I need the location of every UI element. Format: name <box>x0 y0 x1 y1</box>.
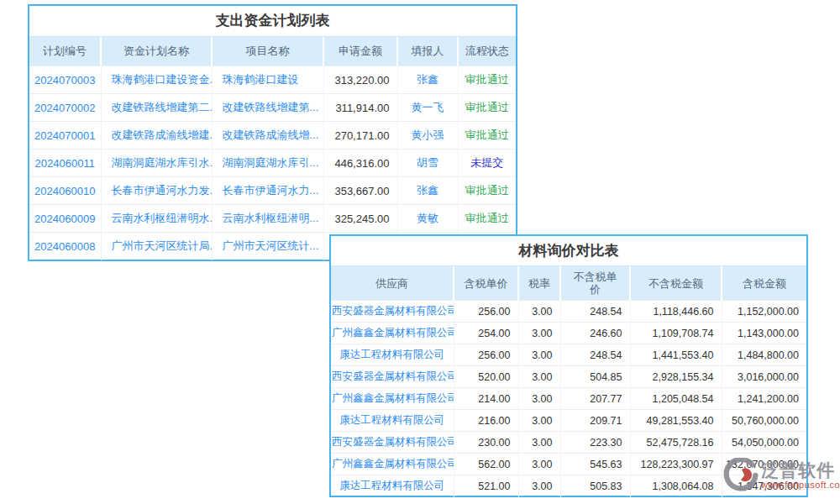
plan-table-row: 2024070001改建铁路成渝线增建...改建铁路成渝线增...270,171… <box>29 122 516 150</box>
fund-plan-name-link[interactable]: 珠海鹤港口建设资金... <box>101 66 212 94</box>
plan-id-link[interactable]: 2024070003 <box>29 66 101 94</box>
fund-plan-name-link[interactable]: 广州市天河区统计局... <box>101 233 212 260</box>
quote-column-header-5: 含税金额 <box>722 266 806 301</box>
amount-with-tax: 50,760,000.00 <box>722 410 806 432</box>
plan-column-header-2: 项目名称 <box>212 37 323 66</box>
unit-price-with-tax: 230.00 <box>454 432 518 454</box>
quote-table-row: 广州鑫鑫金属材料有限公司254.003.00246.601,109,708.74… <box>331 323 806 344</box>
tax-rate: 3.00 <box>518 432 560 454</box>
reporter-link[interactable]: 黄敏 <box>397 205 458 233</box>
fund-plan-name-link[interactable]: 长春市伊通河水力发... <box>101 177 212 205</box>
quote-column-header-label: 不含税单价 <box>572 270 619 296</box>
quote-table-row: 康达工程材料有限公司256.003.00248.541,441,553.401,… <box>331 344 806 366</box>
quote-column-header-label: 含税单价 <box>465 277 508 290</box>
amount-without-tax: 1,441,553.40 <box>630 344 722 366</box>
unit-price-without-tax: 248.54 <box>560 344 630 366</box>
quote-table-header-row: 供应商含税单价税率不含税单价不含税金额含税金额 <box>331 266 806 301</box>
watermark-url: www.fanpusoft.com <box>761 480 840 491</box>
amount-with-tax: 3,016,000.00 <box>722 366 806 388</box>
unit-price-with-tax: 254.00 <box>454 323 518 344</box>
status-badge: 审批通过 <box>458 66 516 94</box>
quote-table-row: 西安盛器金属材料有限公司520.003.00504.852,928,155.34… <box>331 366 806 388</box>
amount-with-tax: 1,152,000.00 <box>722 301 806 323</box>
fund-plan-name-link[interactable]: 改建铁路线增建第二... <box>101 94 212 122</box>
fund-plan-name-link[interactable]: 湖南洞庭湖水库引水... <box>101 150 212 177</box>
amount-without-tax: 128,223,300.97 <box>630 454 722 475</box>
unit-price-without-tax: 505.83 <box>560 475 630 497</box>
supplier-link[interactable]: 西安盛器金属材料有限公司 <box>331 301 454 323</box>
amount-without-tax: 49,281,553.40 <box>630 410 722 432</box>
unit-price-with-tax: 256.00 <box>454 344 518 366</box>
supplier-link[interactable]: 康达工程材料有限公司 <box>331 475 454 497</box>
project-name-link[interactable]: 湖南洞庭湖水库引... <box>212 150 323 177</box>
supplier-link[interactable]: 康达工程材料有限公司 <box>331 410 454 432</box>
reporter-link[interactable]: 胡雪 <box>397 150 458 177</box>
unit-price-without-tax: 504.85 <box>560 366 630 388</box>
project-name-link[interactable]: 云南水利枢纽潜明... <box>212 205 323 233</box>
quote-column-header-label: 供应商 <box>375 277 408 290</box>
unit-price-without-tax: 209.71 <box>560 410 630 432</box>
request-amount: 446,316.00 <box>323 150 397 177</box>
tax-rate: 3.00 <box>518 475 560 497</box>
supplier-link[interactable]: 广州鑫鑫金属材料有限公司 <box>331 388 454 410</box>
supplier-link[interactable]: 康达工程材料有限公司 <box>331 344 454 366</box>
plan-id-link[interactable]: 2024060008 <box>29 233 101 260</box>
status-badge: 审批通过 <box>458 94 516 122</box>
plan-column-header-5: 流程状态 <box>458 37 516 66</box>
unit-price-with-tax: 562.00 <box>454 454 518 475</box>
plan-id-link[interactable]: 2024070002 <box>29 94 101 122</box>
supplier-link[interactable]: 西安盛器金属材料有限公司 <box>331 432 454 454</box>
unit-price-with-tax: 256.00 <box>454 301 518 323</box>
fanpu-logo-icon <box>723 458 759 493</box>
reporter-link[interactable]: 黄小强 <box>397 122 458 150</box>
unit-price-with-tax: 214.00 <box>454 388 518 410</box>
quote-column-header-label: 不含税金额 <box>648 277 703 290</box>
tax-rate: 3.00 <box>518 410 560 432</box>
request-amount: 313,220.00 <box>323 66 397 94</box>
unit-price-without-tax: 246.60 <box>560 323 630 344</box>
expenditure-plan-table: 计划编号资金计划名称项目名称申请金额填报人流程状态 2024070003珠海鹤港… <box>29 37 516 260</box>
amount-without-tax: 1,109,708.74 <box>630 323 722 344</box>
quote-column-header-label: 含税金额 <box>743 277 786 290</box>
quote-column-header-1: 含税单价 <box>454 266 518 301</box>
plan-column-header-4: 填报人 <box>397 37 458 66</box>
fund-plan-name-link[interactable]: 云南水利枢纽潜明水... <box>101 205 212 233</box>
watermark: 泛普软件 www.fanpusoft.com <box>723 458 840 493</box>
watermark-text: 泛普软件 www.fanpusoft.com <box>761 461 840 491</box>
plan-id-link[interactable]: 2024060009 <box>29 205 101 233</box>
plan-table-row: 2024060010长春市伊通河水力发...长春市伊通河水力...353,667… <box>29 177 516 205</box>
project-name-link[interactable]: 珠海鹤港口建设 <box>212 66 323 94</box>
amount-with-tax: 1,241,200.00 <box>722 388 806 410</box>
plan-table-row: 2024070003珠海鹤港口建设资金...珠海鹤港口建设313,220.00张… <box>29 66 516 94</box>
unit-price-without-tax: 207.77 <box>560 388 630 410</box>
plan-id-link[interactable]: 2024060011 <box>29 150 101 177</box>
quote-table-row: 西安盛器金属材料有限公司230.003.00223.3052,475,728.1… <box>331 432 806 454</box>
amount-with-tax: 1,143,000.00 <box>722 323 806 344</box>
unit-price-with-tax: 216.00 <box>454 410 518 432</box>
request-amount: 325,245.00 <box>323 205 397 233</box>
project-name-link[interactable]: 改建铁路成渝线增... <box>212 122 323 150</box>
fund-plan-name-link[interactable]: 改建铁路成渝线增建... <box>101 122 212 150</box>
plan-id-link[interactable]: 2024070001 <box>29 122 101 150</box>
tax-rate: 3.00 <box>518 366 560 388</box>
quote-table-row: 广州鑫鑫金属材料有限公司214.003.00207.771,205,048.54… <box>331 388 806 410</box>
supplier-link[interactable]: 广州鑫鑫金属材料有限公司 <box>331 454 454 475</box>
quote-column-header-4: 不含税金额 <box>630 266 722 301</box>
reporter-link[interactable]: 黄一飞 <box>397 94 458 122</box>
expenditure-plan-table-card: 支出资金计划列表 计划编号资金计划名称项目名称申请金额填报人流程状态 20240… <box>28 4 517 261</box>
project-name-link[interactable]: 广州市天河区统计... <box>212 233 323 260</box>
project-name-link[interactable]: 长春市伊通河水力... <box>212 177 323 205</box>
plan-id-link[interactable]: 2024060010 <box>29 177 101 205</box>
reporter-link[interactable]: 张鑫 <box>397 66 458 94</box>
plan-column-header-0: 计划编号 <box>29 37 101 66</box>
request-amount: 270,171.00 <box>323 122 397 150</box>
watermark-brand: 泛普软件 <box>761 461 840 480</box>
amount-without-tax: 1,205,048.54 <box>630 388 722 410</box>
project-name-link[interactable]: 改建铁路线增建第... <box>212 94 323 122</box>
reporter-link[interactable]: 张鑫 <box>397 177 458 205</box>
supplier-link[interactable]: 广州鑫鑫金属材料有限公司 <box>331 323 454 344</box>
supplier-link[interactable]: 西安盛器金属材料有限公司 <box>331 366 454 388</box>
tax-rate: 3.00 <box>518 344 560 366</box>
quote-table-row: 西安盛器金属材料有限公司256.003.00248.541,118,446.60… <box>331 301 806 323</box>
expenditure-plan-table-title: 支出资金计划列表 <box>29 6 516 37</box>
